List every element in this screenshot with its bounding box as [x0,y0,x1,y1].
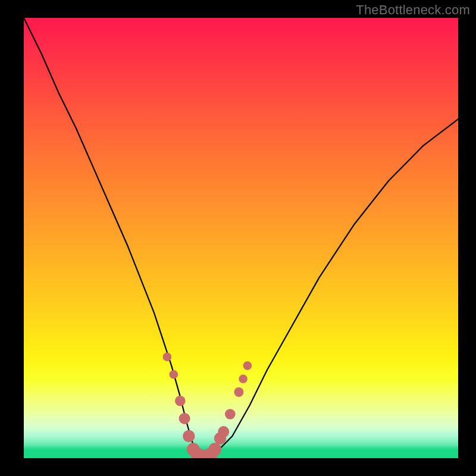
curve-marker [218,426,229,437]
plot-area [24,18,458,458]
curve-markers [163,353,252,459]
curve-marker [225,409,236,419]
curve-layer [24,18,458,458]
curve-marker [170,370,178,379]
curve-marker [208,443,221,456]
curve-marker [179,413,190,424]
curve-marker [234,387,243,397]
watermark-text: TheBottleneck.com [356,2,470,18]
curve-marker [163,353,172,362]
curve-marker [183,430,195,442]
curve-marker [175,396,186,406]
curve-marker [239,375,248,384]
curve-marker [243,361,252,370]
chart-frame: TheBottleneck.com [0,0,476,476]
